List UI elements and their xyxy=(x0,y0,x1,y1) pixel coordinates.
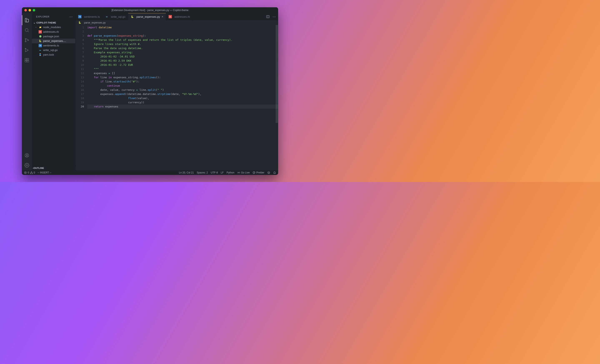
line-number: 20 xyxy=(76,105,84,109)
editor-tab[interactable]: ∞write_sql.go xyxy=(103,13,128,20)
line-number: 10 xyxy=(76,63,84,67)
vscode-window: [Extension Development Host] - parse_exp… xyxy=(22,7,278,175)
line-number: 5 xyxy=(76,42,84,46)
status-problems[interactable]: 0 0 xyxy=(24,171,35,174)
outline-section-header[interactable]: › OUTLINE xyxy=(32,166,75,170)
svg-point-17 xyxy=(268,172,270,174)
file-name: node_modules xyxy=(43,26,61,29)
editor-tab[interactable]: rbaddresses.rb xyxy=(166,13,193,20)
file-row[interactable]: TSsentiments.ts xyxy=(32,43,75,48)
svg-point-10 xyxy=(26,154,28,155)
line-number: 19 xyxy=(76,100,84,105)
line-number: 14 xyxy=(76,80,84,84)
source-control-icon[interactable] xyxy=(22,35,32,45)
code-line[interactable]: return expenses xyxy=(87,105,278,109)
code-line[interactable]: if line.startswith("#"): xyxy=(87,80,278,84)
code-line[interactable]: def parse_expenses(expenses_string): xyxy=(87,34,278,38)
status-prettier[interactable]: Prettier xyxy=(253,171,264,174)
svg-rect-7 xyxy=(27,60,29,62)
editor-more-icon[interactable]: ⋯ xyxy=(272,15,276,19)
run-debug-icon[interactable] xyxy=(22,45,32,55)
code-line[interactable]: """Parse the list of expenses and return… xyxy=(87,38,278,42)
sidebar-title: EXPLORER xyxy=(36,15,49,18)
status-language[interactable]: Python xyxy=(227,171,234,174)
status-vim-mode: -- INSERT -- xyxy=(38,171,51,174)
code-line[interactable]: Parse the date using datetime. xyxy=(87,46,278,50)
explorer-icon[interactable] xyxy=(22,15,32,25)
code-line[interactable]: 2016-01-03 -2.72 EUR xyxy=(87,63,278,67)
file-name: write_sql.go xyxy=(43,48,57,52)
vertical-scrollbar[interactable] xyxy=(276,25,278,123)
file-name: sentiments.ts xyxy=(43,44,59,47)
settings-gear-icon[interactable] xyxy=(22,160,32,170)
editor-tab[interactable]: TSsentiments.ts xyxy=(76,13,103,20)
code-line[interactable] xyxy=(87,30,278,34)
minimize-window-button[interactable] xyxy=(28,9,31,11)
window-body: EXPLORER ⋯ ⌄ COPILOT-THEME ›📁node_module… xyxy=(22,13,278,170)
extensions-icon[interactable] xyxy=(22,55,32,65)
code-line[interactable]: continue xyxy=(87,84,278,88)
code-line[interactable]: expenses.append((datetime.datetime.strpt… xyxy=(87,92,278,96)
status-go-live[interactable]: Go Live xyxy=(237,171,250,174)
file-name: parse_expenses.... xyxy=(43,39,66,43)
status-indentation[interactable]: Spaces: 2 xyxy=(197,171,208,174)
code-line[interactable]: float(value), xyxy=(87,96,278,100)
go-icon: ∞ xyxy=(105,15,109,18)
search-icon[interactable] xyxy=(22,25,32,35)
folder-row[interactable]: ›📁node_modules xyxy=(32,25,75,30)
maximize-window-button[interactable] xyxy=(33,9,35,11)
code-line[interactable]: 2016-01-02 -34.01 USD xyxy=(87,55,278,59)
file-row[interactable]: 🧵yarn.lock xyxy=(32,53,75,57)
svg-rect-8 xyxy=(27,58,29,60)
line-number: 12 xyxy=(76,71,84,75)
line-number: 17 xyxy=(76,92,84,96)
code-line[interactable]: expenses = [] xyxy=(87,71,278,75)
go-icon: ∞ xyxy=(38,48,42,52)
line-number: 8 xyxy=(76,55,84,59)
file-row[interactable]: ⬢package.json xyxy=(32,34,75,39)
status-bell-icon[interactable] xyxy=(273,171,276,174)
code-line[interactable]: """ xyxy=(87,67,278,71)
code-area[interactable]: import datetimedef parse_expenses(expens… xyxy=(87,25,278,170)
errors-count: 0 xyxy=(28,171,29,174)
activity-bar xyxy=(22,13,32,170)
svg-point-2 xyxy=(25,41,26,42)
close-window-button[interactable] xyxy=(24,9,27,11)
file-name: yarn.lock xyxy=(43,53,54,56)
breadcrumb-file: parse_expenses.py xyxy=(84,21,106,24)
breadcrumb[interactable]: 🐍 parse_expenses.py xyxy=(76,20,278,25)
code-line[interactable]: date, value, currency = line.split(" ") xyxy=(87,88,278,92)
sidebar: EXPLORER ⋯ ⌄ COPILOT-THEME ›📁node_module… xyxy=(32,13,76,170)
ts-icon: TS xyxy=(78,15,82,18)
code-line[interactable]: for line in expenses_string.splitlines()… xyxy=(87,75,278,80)
file-name: addresses.rb xyxy=(43,30,59,33)
close-tab-icon[interactable]: × xyxy=(162,15,163,18)
line-gutter: 1234567891011121314151617181920 xyxy=(76,25,87,170)
sidebar-more-icon[interactable]: ⋯ xyxy=(69,15,73,19)
file-row[interactable]: ∞write_sql.go xyxy=(32,48,75,53)
split-editor-icon[interactable] xyxy=(266,15,270,18)
chevron-right-icon: › xyxy=(36,26,38,28)
code-line[interactable]: currency)) xyxy=(87,100,278,105)
editor[interactable]: 1234567891011121314151617181920 import d… xyxy=(76,25,278,170)
status-encoding[interactable]: UTF-8 xyxy=(211,171,218,174)
line-number: 13 xyxy=(76,75,84,80)
tab-label: write_sql.go xyxy=(111,15,125,18)
svg-point-1 xyxy=(25,38,26,39)
svg-point-15 xyxy=(238,172,239,173)
status-feedback-icon[interactable] xyxy=(267,171,270,174)
code-line[interactable]: Ignore lines starting with #. xyxy=(87,42,278,46)
file-row[interactable]: 🐍parse_expenses.... xyxy=(32,39,75,43)
code-line[interactable]: import datetime xyxy=(87,25,278,30)
project-section-header[interactable]: ⌄ COPILOT-THEME xyxy=(32,20,75,25)
code-line[interactable]: Example expenses_string: xyxy=(87,50,278,55)
file-tree: ›📁node_modulesrbaddresses.rb⬢package.jso… xyxy=(32,25,75,166)
accounts-icon[interactable] xyxy=(22,150,32,160)
python-icon: 🐍 xyxy=(131,15,134,18)
status-cursor-position[interactable]: Ln 20, Col 21 xyxy=(179,171,194,174)
code-line[interactable]: 2016-01-03 2.59 DKK xyxy=(87,59,278,63)
file-row[interactable]: rbaddresses.rb xyxy=(32,30,75,34)
line-number: 4 xyxy=(76,38,84,42)
editor-tab[interactable]: 🐍parse_expenses.py× xyxy=(128,13,166,20)
status-eol[interactable]: LF xyxy=(221,171,224,174)
